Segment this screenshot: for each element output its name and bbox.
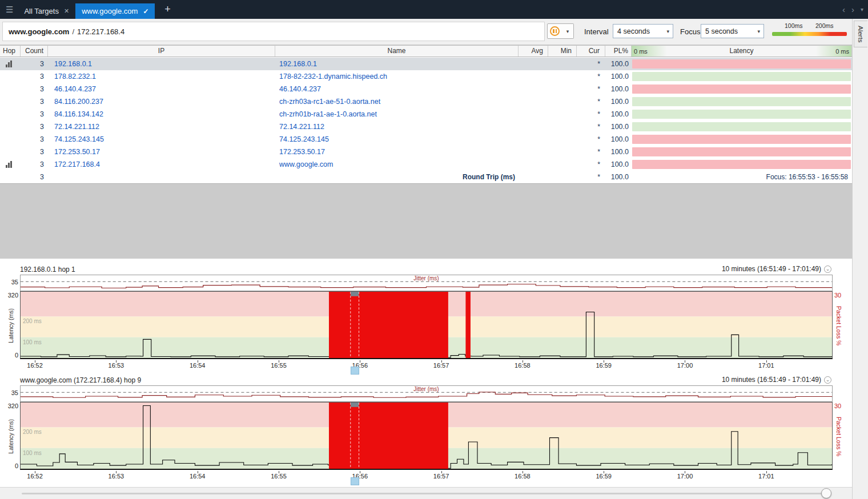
tab-label: All Targets [24, 7, 58, 15]
hop-ip[interactable]: 72.14.221.112 [48, 123, 275, 131]
graph-range-label: 10 minutes (16:51:49 - 17:01:49) [722, 265, 821, 273]
table-row[interactable]: 3 192.168.0.1 192.168.0.1 * 100.0 [0, 58, 852, 70]
hop-name[interactable]: 178-82-232-1.dynamic.hispeed.ch [275, 73, 519, 81]
graph-title: www.google.com (172.217.168.4) hop 9 [20, 376, 141, 384]
scroll-tabs-right-icon[interactable]: › [851, 5, 854, 14]
table-row[interactable]: 3 84.116.200.237 ch-zrh03a-rc1-ae-51-0.a… [0, 95, 852, 108]
latency-scale-left: 0 ms [632, 46, 667, 57]
hop-ip[interactable]: 74.125.243.145 [48, 135, 275, 143]
table-row[interactable]: 3 72.14.221.112 72.14.221.112 * 100.0 [0, 120, 852, 133]
round-trip-row[interactable]: 3 Round Trip (ms) * 100.0 Focus: 16:55:5… [0, 171, 852, 183]
scroll-tabs-left-icon[interactable]: ‹ [842, 5, 845, 14]
col-min[interactable]: Min [548, 46, 577, 57]
col-avg[interactable]: Avg [519, 46, 548, 57]
latency-plot[interactable]: 200 ms 100 ms [20, 291, 833, 359]
hop-graph-icon[interactable] [6, 61, 12, 67]
hop-cur: * [577, 160, 605, 168]
hop-cur: * [577, 135, 605, 143]
hop-name[interactable]: 46.140.4.237 [275, 85, 519, 93]
tab-www-google-com[interactable]: www.google.com ✓ [75, 3, 155, 19]
pause-icon [550, 26, 560, 36]
collapse-graph-icon[interactable]: ⌄ [824, 376, 831, 384]
col-latency[interactable]: 0 ms Latency 0 ms [632, 46, 852, 57]
hop-ip[interactable]: 84.116.200.237 [48, 98, 275, 106]
table-row[interactable]: 3 172.217.168.4 www.google.com * 100.0 [0, 158, 852, 171]
alerts-panel-tab[interactable]: Alerts [854, 21, 867, 47]
latency-bar [632, 160, 851, 169]
graph-range-selector[interactable]: 10 minutes (16:51:49 - 17:01:49) ⌄ [722, 265, 831, 273]
hop-ip[interactable]: 172.217.168.4 [48, 160, 275, 168]
scrollbar-knob[interactable] [821, 488, 831, 498]
hop-graph-icon[interactable] [6, 161, 12, 168]
alerts-label: Alerts [857, 26, 864, 42]
band-100ms-label: 100 ms [23, 450, 42, 456]
graph-range-selector[interactable]: 10 minutes (16:51:49 - 17:01:49) ⌄ [722, 376, 831, 384]
hop-name[interactable]: 72.14.221.112 [275, 123, 519, 131]
legend-100ms-label: 100ms [785, 22, 803, 29]
latency-bar [632, 59, 851, 69]
table-row[interactable]: 3 74.125.243.145 74.125.243.145 * 100.0 [0, 133, 852, 146]
hop-cur: * [577, 98, 605, 106]
hop-ip[interactable]: 172.253.50.17 [48, 148, 275, 156]
latency-scale-right: 0 ms [816, 46, 851, 57]
chevron-down-icon: ▾ [757, 29, 760, 34]
right-axis-label: Packet Loss % [835, 409, 842, 464]
col-count[interactable]: Count [21, 46, 48, 57]
table-row[interactable]: 3 178.82.232.1 178-82-232-1.dynamic.hisp… [0, 70, 852, 83]
table-row[interactable]: 3 46.140.4.237 46.140.4.237 * 100.0 [0, 83, 852, 95]
latency-bar [632, 135, 851, 144]
hop-name[interactable]: 192.168.0.1 [275, 60, 519, 68]
round-trip-count: 3 [21, 173, 48, 181]
timeline-scrollbar[interactable] [0, 487, 852, 499]
hop-name[interactable]: 172.253.50.17 [275, 148, 519, 156]
pause-button[interactable] [547, 23, 562, 39]
new-tab-button[interactable]: + [162, 3, 173, 15]
hop-name[interactable]: ch-zrh01b-ra1-ae-1-0.aorta.net [275, 110, 519, 118]
col-pl[interactable]: PL% [605, 46, 632, 57]
interval-select[interactable]: 4 seconds ▾ [613, 24, 673, 38]
col-name[interactable]: Name [275, 46, 519, 57]
hop-ip[interactable]: 178.82.232.1 [48, 73, 275, 81]
hop-count: 3 [21, 148, 48, 156]
hop-name[interactable]: 74.125.243.145 [275, 135, 519, 143]
target-summary[interactable]: www.google.com / 172.217.168.4 [2, 22, 545, 41]
hop-name[interactable]: ch-zrh03a-rc1-ae-51-0.aorta.net [275, 98, 519, 106]
hop-ip[interactable]: 192.168.0.1 [48, 60, 275, 68]
hop-cur: * [577, 148, 605, 156]
hop-count: 3 [21, 135, 48, 143]
tab-all-targets[interactable]: All Targets ✕ [18, 3, 75, 19]
y-axis-max: 320 [3, 403, 18, 409]
hop-table-body: 3 192.168.0.1 192.168.0.1 * 100.0 3 178.… [0, 58, 852, 171]
y-axis-label: Latency (ms) [7, 409, 14, 464]
hop-ip[interactable]: 84.116.134.142 [48, 110, 275, 118]
col-ip[interactable]: IP [48, 46, 275, 57]
menu-icon[interactable]: ☰ [6, 5, 13, 15]
tab-list-dropdown-icon[interactable]: ▾ [861, 6, 863, 13]
focus-label: Focus [680, 27, 700, 36]
y-axis-max: 320 [3, 292, 18, 299]
close-tab-icon[interactable]: ✕ [64, 7, 69, 15]
focus-marker[interactable] [351, 477, 359, 485]
latency-plot[interactable]: 200 ms 100 ms [20, 402, 833, 470]
graph-spacer [0, 183, 852, 259]
hop-packet-loss: 100.0 [605, 110, 632, 118]
hop-packet-loss: 100.0 [605, 60, 632, 68]
hop-count: 3 [21, 123, 48, 131]
toolbar: www.google.com / 172.217.168.4 ▾ Interva… [0, 19, 852, 45]
pause-dropdown-button[interactable]: ▾ [562, 23, 574, 39]
focus-select[interactable]: 5 seconds ▾ [701, 24, 764, 38]
scrollbar-track[interactable] [22, 493, 826, 494]
col-cur[interactable]: Cur [577, 46, 605, 57]
col-hop[interactable]: Hop [0, 46, 21, 57]
hop-name[interactable]: www.google.com [275, 160, 519, 168]
tab-nav: ‹ › ▾ [842, 0, 863, 19]
hop-cur: * [577, 73, 605, 81]
focus-marker[interactable] [351, 367, 359, 375]
collapse-graph-icon[interactable]: ⌄ [824, 265, 831, 273]
hop-packet-loss: 100.0 [605, 148, 632, 156]
graph-range-label: 10 minutes (16:51:49 - 17:01:49) [722, 376, 821, 384]
table-row[interactable]: 3 84.116.134.142 ch-zrh01b-ra1-ae-1-0.ao… [0, 108, 852, 120]
table-row[interactable]: 3 172.253.50.17 172.253.50.17 * 100.0 [0, 146, 852, 158]
hop-packet-loss: 100.0 [605, 160, 632, 168]
hop-ip[interactable]: 46.140.4.237 [48, 85, 275, 93]
